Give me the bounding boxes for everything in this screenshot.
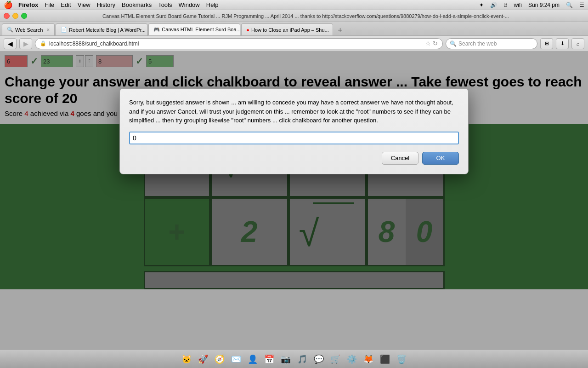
tab-favicon: ● bbox=[246, 27, 249, 33]
menubar-right: ✦ 🔊 𝔹 wifi Sun 9:24 pm 🔍 ☰ bbox=[476, 2, 584, 8]
tab-close-websearch[interactable]: × bbox=[46, 27, 50, 33]
tab-favicon: 🔍 bbox=[7, 27, 13, 33]
url-icons: ☆ ↻ bbox=[425, 40, 438, 47]
menu-history[interactable]: History bbox=[97, 1, 115, 8]
dock-appstore[interactable]: 🛒 bbox=[328, 352, 343, 367]
tab-close-ipad[interactable]: × bbox=[333, 27, 334, 33]
close-button[interactable] bbox=[4, 13, 10, 19]
search-box[interactable]: 🔍 Search the web bbox=[446, 38, 537, 49]
menu-help[interactable]: Help bbox=[206, 1, 219, 8]
reload-icon[interactable]: ↻ bbox=[433, 40, 438, 47]
dock-itunes[interactable]: 🎵 bbox=[295, 352, 310, 367]
menu-file[interactable]: File bbox=[45, 1, 54, 8]
tab-ipad[interactable]: ● How to Close an iPad App – Shu... × bbox=[241, 23, 333, 35]
tab-label: Robert Metcalfe Blog | A WordPr... bbox=[69, 27, 146, 33]
dock-firefox[interactable]: 🦊 bbox=[361, 352, 376, 367]
spotlight-icon[interactable]: 🔍 bbox=[566, 2, 573, 8]
menubar: 🍎 Firefox File Edit View History Bookmar… bbox=[0, 0, 588, 10]
ok-button[interactable]: OK bbox=[422, 152, 459, 165]
time-display: Sun 9:24 pm bbox=[528, 2, 560, 8]
bluetooth-icon: 𝔹 bbox=[503, 2, 508, 8]
tab-label: How to Close an iPad App – Shu... bbox=[251, 27, 329, 33]
menu-view[interactable]: View bbox=[78, 1, 90, 8]
url-bar[interactable]: 🔒 localhost:8888/surd_chalkboard.html ☆ … bbox=[35, 38, 443, 49]
tab-favicon: 🎮 bbox=[153, 27, 160, 33]
search-magnifier-icon: 🔍 bbox=[450, 40, 457, 47]
menu-window[interactable]: Window bbox=[179, 1, 200, 8]
maximize-button[interactable] bbox=[21, 13, 27, 19]
lock-icon: 🔒 bbox=[40, 40, 46, 46]
dock-safari[interactable]: 🧭 bbox=[212, 352, 227, 367]
tab-label: Web Search bbox=[15, 27, 43, 33]
dock-photos[interactable]: 📷 bbox=[278, 352, 293, 367]
forward-button[interactable]: ▶ bbox=[19, 38, 32, 49]
titlebar: Canvas HTML Element Surd Board Game Tuto… bbox=[0, 10, 588, 22]
menu-edit[interactable]: Edit bbox=[61, 1, 71, 8]
tab-label: Canvas HTML Element Surd Boa... bbox=[162, 27, 240, 32]
tab-favicon: 📄 bbox=[61, 27, 67, 33]
page-content: ✓ + ÷ ✓ Change your answer and click cha… bbox=[0, 52, 588, 350]
dock-contacts[interactable]: 👤 bbox=[245, 352, 260, 367]
wifi-icon: wifi bbox=[514, 2, 522, 8]
apple-menu[interactable]: 🍎 bbox=[4, 0, 13, 9]
tab-websearch[interactable]: 🔍 Web Search × bbox=[2, 23, 55, 35]
home-button[interactable]: ⌂ bbox=[571, 38, 584, 49]
toolbar: ◀ ▶ 🔒 localhost:8888/surd_chalkboard.htm… bbox=[0, 36, 588, 52]
dock-launchpad[interactable]: 🚀 bbox=[196, 352, 210, 367]
dialog-buttons: Cancel OK bbox=[129, 152, 459, 165]
menu-firefox[interactable]: Firefox bbox=[18, 1, 38, 8]
window-title: Canvas HTML Element Surd Board Game Tuto… bbox=[27, 13, 584, 19]
sidebar-toggle-button[interactable]: ⊞ bbox=[540, 38, 553, 49]
tabbar: 🔍 Web Search × 📄 Robert Metcalfe Blog | … bbox=[0, 22, 588, 36]
menu-tools[interactable]: Tools bbox=[158, 1, 172, 8]
bookmark-star-icon[interactable]: ☆ bbox=[425, 40, 431, 47]
dock-systemprefs[interactable]: ⚙️ bbox=[345, 352, 359, 367]
tab-robertblog[interactable]: 📄 Robert Metcalfe Blog | A WordPr... × bbox=[56, 23, 147, 35]
dock-finder[interactable]: 🐱 bbox=[179, 352, 194, 367]
window-controls bbox=[4, 13, 27, 19]
download-button[interactable]: ⬇ bbox=[556, 38, 569, 49]
dropbox-icon: ✦ bbox=[479, 2, 484, 8]
cancel-button[interactable]: Cancel bbox=[382, 152, 418, 165]
dock-messages[interactable]: 💬 bbox=[311, 352, 326, 367]
notification-icon[interactable]: ☰ bbox=[579, 2, 584, 8]
menu-bookmarks[interactable]: Bookmarks bbox=[122, 1, 152, 8]
dock-trash[interactable]: 🗑️ bbox=[394, 352, 409, 367]
url-text: localhost:8888/surd_chalkboard.html bbox=[49, 40, 139, 47]
audio-icon: 🔊 bbox=[490, 2, 497, 8]
dock-mail[interactable]: ✉️ bbox=[229, 352, 243, 367]
search-placeholder: Search the web bbox=[458, 40, 497, 47]
dialog: Sorry, but suggested answer is shown ...… bbox=[119, 88, 469, 174]
dock-terminal[interactable]: ⬛ bbox=[378, 352, 392, 367]
dialog-input[interactable] bbox=[129, 132, 459, 144]
minimize-button[interactable] bbox=[12, 13, 18, 19]
dock: 🐱 🚀 🧭 ✉️ 👤 📅 📷 🎵 💬 🛒 ⚙️ 🦊 ⬛ 🗑️ bbox=[0, 350, 588, 368]
dialog-overlay: Sorry, but suggested answer is shown ...… bbox=[0, 52, 588, 350]
tab-canvas[interactable]: 🎮 Canvas HTML Element Surd Boa... × bbox=[148, 23, 240, 35]
dock-calendar[interactable]: 📅 bbox=[262, 352, 277, 367]
dialog-message: Sorry, but suggested answer is shown ...… bbox=[129, 98, 459, 125]
new-tab-button[interactable]: + bbox=[334, 26, 346, 35]
back-button[interactable]: ◀ bbox=[4, 38, 17, 49]
